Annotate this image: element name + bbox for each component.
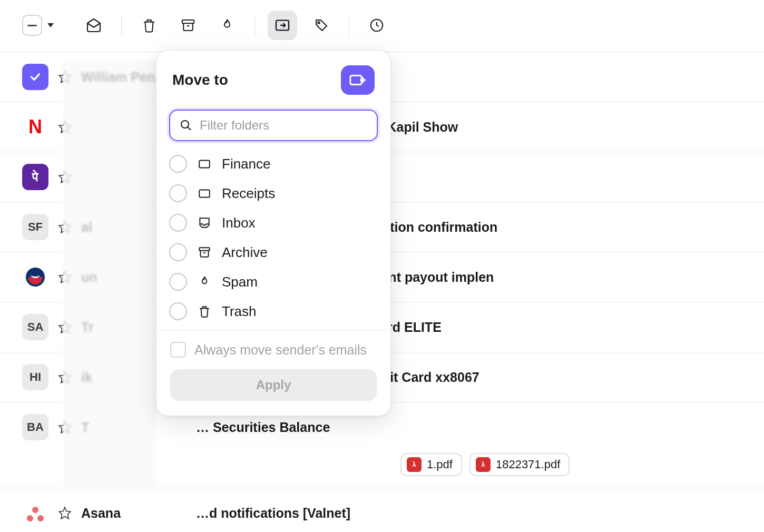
star-icon: [58, 506, 72, 520]
avatar[interactable]: [22, 500, 48, 526]
pdf-icon: λ: [407, 457, 422, 472]
folder-option-finance[interactable]: Finance: [169, 155, 378, 173]
avatar[interactable]: N: [22, 114, 48, 140]
folder-option-inbox[interactable]: Inbox: [169, 214, 378, 232]
svg-point-2: [318, 22, 320, 24]
avatar[interactable]: BA: [22, 414, 48, 440]
new-folder-button[interactable]: [341, 65, 375, 95]
fire-icon: [219, 17, 235, 33]
popover-title: Move to: [172, 72, 228, 88]
radio[interactable]: [169, 243, 187, 261]
avatar[interactable]: HI: [22, 364, 48, 390]
archive-icon: [180, 17, 196, 33]
always-move-checkbox[interactable]: [170, 342, 186, 358]
avatar-initials: SF: [28, 220, 43, 234]
kotak-icon: [25, 267, 46, 288]
radio[interactable]: [169, 184, 187, 202]
always-move-row[interactable]: Always move sender's emails: [170, 342, 377, 358]
svg-rect-17: [199, 190, 210, 198]
envelope-open-icon: [85, 17, 102, 34]
phonepe-icon: पे: [32, 170, 38, 184]
avatar[interactable]: [22, 264, 48, 290]
check-icon: [28, 70, 42, 84]
netflix-icon: N: [28, 116, 42, 138]
filter-input[interactable]: [200, 118, 367, 133]
move-to-popover: Move to Finance Receipts Inbox Archive: [156, 50, 391, 416]
svg-rect-0: [182, 20, 194, 23]
folder-icon: [198, 186, 211, 200]
apply-label: Apply: [256, 378, 291, 392]
popover-header: Move to: [156, 51, 390, 99]
trash-icon: [141, 17, 157, 33]
attachment-name: 1822371.pdf: [496, 458, 560, 471]
svg-rect-16: [199, 161, 210, 168]
popover-footer: Always move sender's emails Apply: [156, 330, 390, 416]
inbox-icon: [198, 216, 211, 230]
star-button[interactable]: [58, 506, 72, 520]
folder-label: Spam: [222, 274, 258, 290]
fire-icon: [198, 275, 211, 289]
attachment-chip[interactable]: λ 1822371.pdf: [469, 453, 570, 476]
select-all-dropdown[interactable]: [22, 15, 42, 36]
mail-subject: …d notifications [Valnet]: [196, 506, 350, 521]
separator: [254, 15, 255, 36]
separator: [349, 15, 349, 36]
apply-button[interactable]: Apply: [170, 369, 377, 401]
move-to-button[interactable]: [268, 11, 297, 40]
mail-subject: … Securities Balance: [196, 420, 330, 435]
move-to-icon: [274, 17, 291, 34]
folder-label: Receipts: [222, 185, 275, 202]
folder-label: Finance: [222, 156, 271, 172]
tag-icon: [314, 17, 329, 33]
pdf-icon: λ: [476, 457, 491, 472]
folder-option-receipts[interactable]: Receipts: [169, 184, 378, 202]
attachment-name: 1.pdf: [427, 458, 453, 471]
folder-label: Trash: [222, 303, 257, 320]
svg-marker-13: [59, 507, 71, 519]
delete-button[interactable]: [134, 11, 164, 40]
folder-option-archive[interactable]: Archive: [169, 243, 378, 261]
folder-list: Finance Receipts Inbox Archive Spam Tras…: [156, 147, 390, 330]
sender-name: Asana: [81, 506, 187, 521]
toolbar: [0, 0, 764, 52]
mail-row[interactable]: Asana …d notifications [Valnet]: [0, 488, 764, 532]
radio[interactable]: [169, 214, 187, 232]
folder-icon: [198, 157, 211, 171]
attachment-chip[interactable]: λ 1.pdf: [400, 453, 462, 476]
chevron-down-icon[interactable]: [47, 23, 54, 27]
obscured-region: [63, 60, 156, 487]
always-move-label: Always move sender's emails: [194, 342, 367, 358]
avatar-initials: SA: [27, 320, 44, 334]
attachment-list: λ 1.pdf λ 1822371.pdf: [400, 453, 570, 476]
archive-button[interactable]: [173, 11, 203, 40]
radio[interactable]: [169, 302, 187, 320]
trash-icon: [198, 304, 211, 318]
svg-point-15: [181, 121, 189, 128]
folder-plus-icon: [349, 72, 367, 88]
avatar-initials: BA: [27, 420, 44, 434]
folder-label: Inbox: [222, 215, 256, 231]
snooze-button[interactable]: [362, 11, 391, 40]
mark-read-button[interactable]: [79, 11, 109, 40]
radio[interactable]: [169, 273, 187, 291]
folder-label: Archive: [222, 244, 268, 261]
search-icon: [180, 119, 192, 132]
folder-option-trash[interactable]: Trash: [169, 302, 378, 320]
svg-rect-18: [199, 248, 210, 250]
folder-option-spam[interactable]: Spam: [169, 273, 378, 291]
separator: [121, 15, 122, 36]
avatar-initials: HI: [30, 370, 41, 384]
filter-input-wrap[interactable]: [169, 110, 378, 141]
radio[interactable]: [169, 155, 187, 173]
archive-icon: [198, 245, 211, 259]
clock-icon: [369, 17, 385, 33]
avatar[interactable]: [22, 64, 48, 90]
avatar[interactable]: पे: [22, 164, 48, 190]
avatar[interactable]: SA: [22, 314, 48, 340]
label-button[interactable]: [307, 11, 336, 40]
svg-rect-14: [350, 76, 361, 85]
minus-icon: [27, 25, 37, 26]
spam-button[interactable]: [212, 11, 242, 40]
avatar[interactable]: SF: [22, 214, 48, 240]
